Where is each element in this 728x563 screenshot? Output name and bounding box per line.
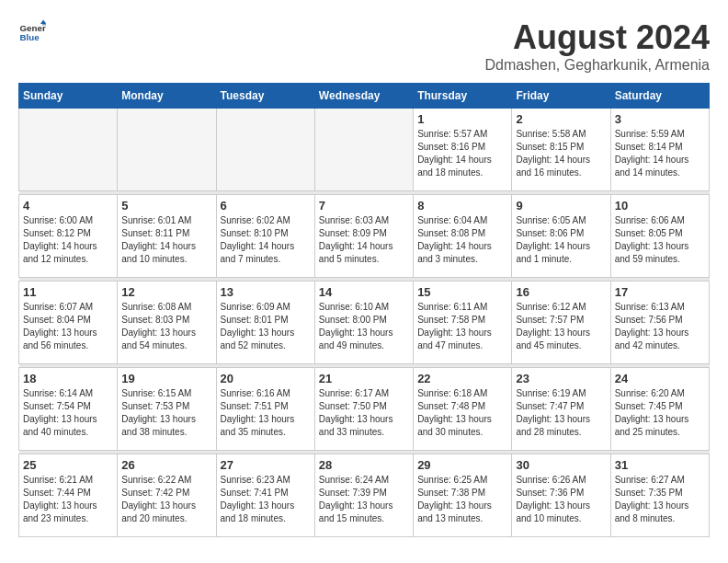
day-number: 11 bbox=[23, 285, 113, 299]
day-info: Sunrise: 6:02 AMSunset: 8:10 PMDaylight:… bbox=[221, 214, 311, 266]
table-row: 11Sunrise: 6:07 AMSunset: 8:04 PMDayligh… bbox=[19, 282, 118, 364]
day-number: 3 bbox=[615, 112, 705, 126]
day-info: Sunrise: 6:16 AMSunset: 7:51 PMDaylight:… bbox=[221, 387, 311, 439]
day-info: Sunrise: 6:10 AMSunset: 8:00 PMDaylight:… bbox=[319, 301, 409, 352]
day-number: 15 bbox=[417, 285, 507, 299]
day-number: 2 bbox=[516, 112, 606, 126]
day-number: 12 bbox=[121, 285, 211, 299]
day-number: 19 bbox=[121, 372, 211, 385]
table-row: 5Sunrise: 6:01 AMSunset: 8:11 PMDaylight… bbox=[118, 195, 216, 278]
day-number: 22 bbox=[417, 372, 507, 385]
day-info: Sunrise: 6:20 AMSunset: 7:45 PMDaylight:… bbox=[615, 387, 705, 439]
day-info: Sunrise: 6:05 AMSunset: 8:06 PMDaylight:… bbox=[516, 214, 606, 266]
table-row: 4Sunrise: 6:00 AMSunset: 8:12 PMDaylight… bbox=[19, 195, 118, 278]
table-row: 28Sunrise: 6:24 AMSunset: 7:39 PMDayligh… bbox=[314, 454, 413, 537]
day-number: 9 bbox=[516, 199, 606, 213]
col-thursday: Thursday bbox=[414, 84, 512, 109]
page-header: General Blue August 2024 Ddmashen, Gegha… bbox=[18, 18, 710, 74]
day-info: Sunrise: 6:00 AMSunset: 8:12 PMDaylight:… bbox=[23, 214, 113, 266]
day-info: Sunrise: 6:26 AMSunset: 7:36 PMDaylight:… bbox=[516, 474, 606, 525]
day-info: Sunrise: 6:17 AMSunset: 7:50 PMDaylight:… bbox=[319, 387, 409, 439]
day-number: 4 bbox=[23, 199, 113, 213]
day-number: 26 bbox=[121, 458, 211, 472]
table-row: 3Sunrise: 5:59 AMSunset: 8:14 PMDaylight… bbox=[610, 109, 709, 191]
svg-text:Blue: Blue bbox=[20, 32, 40, 42]
calendar-week-row: 1Sunrise: 5:57 AMSunset: 8:16 PMDaylight… bbox=[19, 109, 710, 191]
calendar-table: Sunday Monday Tuesday Wednesday Thursday… bbox=[18, 83, 710, 537]
table-row: 22Sunrise: 6:18 AMSunset: 7:48 PMDayligh… bbox=[414, 368, 512, 451]
table-row bbox=[216, 109, 314, 191]
day-number: 18 bbox=[23, 372, 113, 385]
title-area: August 2024 Ddmashen, Gegharkunik, Armen… bbox=[484, 18, 710, 74]
day-number: 8 bbox=[417, 199, 507, 213]
table-row: 21Sunrise: 6:17 AMSunset: 7:50 PMDayligh… bbox=[314, 368, 413, 451]
day-info: Sunrise: 5:59 AMSunset: 8:14 PMDaylight:… bbox=[615, 128, 705, 179]
day-number: 23 bbox=[516, 372, 606, 385]
table-row: 17Sunrise: 6:13 AMSunset: 7:56 PMDayligh… bbox=[610, 282, 709, 364]
col-monday: Monday bbox=[118, 84, 216, 109]
day-info: Sunrise: 6:08 AMSunset: 8:03 PMDaylight:… bbox=[121, 301, 211, 352]
day-number: 25 bbox=[23, 458, 113, 472]
day-number: 6 bbox=[221, 199, 311, 213]
table-row: 1Sunrise: 5:57 AMSunset: 8:16 PMDaylight… bbox=[414, 109, 512, 191]
calendar-week-row: 25Sunrise: 6:21 AMSunset: 7:44 PMDayligh… bbox=[19, 454, 710, 537]
svg-text:General: General bbox=[20, 23, 47, 33]
day-number: 20 bbox=[221, 372, 311, 385]
day-info: Sunrise: 6:21 AMSunset: 7:44 PMDaylight:… bbox=[23, 474, 113, 525]
col-tuesday: Tuesday bbox=[216, 84, 314, 109]
col-sunday: Sunday bbox=[19, 84, 118, 109]
table-row: 18Sunrise: 6:14 AMSunset: 7:54 PMDayligh… bbox=[19, 368, 118, 451]
calendar-header-row: Sunday Monday Tuesday Wednesday Thursday… bbox=[19, 84, 710, 109]
day-number: 1 bbox=[417, 112, 507, 126]
table-row: 9Sunrise: 6:05 AMSunset: 8:06 PMDaylight… bbox=[512, 195, 610, 278]
day-number: 27 bbox=[221, 458, 311, 472]
day-number: 29 bbox=[417, 458, 507, 472]
day-number: 24 bbox=[615, 372, 705, 385]
day-info: Sunrise: 6:24 AMSunset: 7:39 PMDaylight:… bbox=[319, 474, 409, 525]
table-row: 12Sunrise: 6:08 AMSunset: 8:03 PMDayligh… bbox=[118, 282, 216, 364]
table-row: 7Sunrise: 6:03 AMSunset: 8:09 PMDaylight… bbox=[314, 195, 413, 278]
subtitle: Ddmashen, Gegharkunik, Armenia bbox=[484, 57, 710, 74]
table-row bbox=[118, 109, 216, 191]
day-info: Sunrise: 6:07 AMSunset: 8:04 PMDaylight:… bbox=[23, 301, 113, 352]
day-info: Sunrise: 6:25 AMSunset: 7:38 PMDaylight:… bbox=[417, 474, 507, 525]
table-row: 6Sunrise: 6:02 AMSunset: 8:10 PMDaylight… bbox=[216, 195, 314, 278]
main-title: August 2024 bbox=[484, 18, 710, 57]
day-number: 28 bbox=[319, 458, 409, 472]
calendar-week-row: 4Sunrise: 6:00 AMSunset: 8:12 PMDaylight… bbox=[19, 195, 710, 278]
day-info: Sunrise: 6:23 AMSunset: 7:41 PMDaylight:… bbox=[221, 474, 311, 525]
table-row: 10Sunrise: 6:06 AMSunset: 8:05 PMDayligh… bbox=[610, 195, 709, 278]
table-row: 2Sunrise: 5:58 AMSunset: 8:15 PMDaylight… bbox=[512, 109, 610, 191]
table-row: 25Sunrise: 6:21 AMSunset: 7:44 PMDayligh… bbox=[19, 454, 118, 537]
table-row: 23Sunrise: 6:19 AMSunset: 7:47 PMDayligh… bbox=[512, 368, 610, 451]
day-number: 14 bbox=[319, 285, 409, 299]
col-wednesday: Wednesday bbox=[314, 84, 413, 109]
day-number: 5 bbox=[121, 199, 211, 213]
day-info: Sunrise: 6:15 AMSunset: 7:53 PMDaylight:… bbox=[121, 387, 211, 439]
table-row: 20Sunrise: 6:16 AMSunset: 7:51 PMDayligh… bbox=[216, 368, 314, 451]
day-info: Sunrise: 6:01 AMSunset: 8:11 PMDaylight:… bbox=[121, 214, 211, 266]
day-info: Sunrise: 6:27 AMSunset: 7:35 PMDaylight:… bbox=[615, 474, 705, 525]
day-number: 10 bbox=[615, 199, 705, 213]
day-info: Sunrise: 5:57 AMSunset: 8:16 PMDaylight:… bbox=[417, 128, 507, 179]
table-row: 27Sunrise: 6:23 AMSunset: 7:41 PMDayligh… bbox=[216, 454, 314, 537]
table-row: 13Sunrise: 6:09 AMSunset: 8:01 PMDayligh… bbox=[216, 282, 314, 364]
day-number: 31 bbox=[615, 458, 705, 472]
day-info: Sunrise: 6:14 AMSunset: 7:54 PMDaylight:… bbox=[23, 387, 113, 439]
calendar-week-row: 18Sunrise: 6:14 AMSunset: 7:54 PMDayligh… bbox=[19, 368, 710, 451]
day-info: Sunrise: 6:19 AMSunset: 7:47 PMDaylight:… bbox=[516, 387, 606, 439]
table-row bbox=[19, 109, 118, 191]
table-row: 29Sunrise: 6:25 AMSunset: 7:38 PMDayligh… bbox=[414, 454, 512, 537]
calendar-week-row: 11Sunrise: 6:07 AMSunset: 8:04 PMDayligh… bbox=[19, 282, 710, 364]
table-row: 8Sunrise: 6:04 AMSunset: 8:08 PMDaylight… bbox=[414, 195, 512, 278]
day-number: 17 bbox=[615, 285, 705, 299]
table-row bbox=[314, 109, 413, 191]
day-info: Sunrise: 6:22 AMSunset: 7:42 PMDaylight:… bbox=[121, 474, 211, 525]
table-row: 31Sunrise: 6:27 AMSunset: 7:35 PMDayligh… bbox=[610, 454, 709, 537]
day-info: Sunrise: 5:58 AMSunset: 8:15 PMDaylight:… bbox=[516, 128, 606, 179]
day-number: 13 bbox=[221, 285, 311, 299]
logo: General Blue bbox=[18, 18, 46, 46]
col-saturday: Saturday bbox=[610, 84, 709, 109]
day-info: Sunrise: 6:11 AMSunset: 7:58 PMDaylight:… bbox=[417, 301, 507, 352]
day-info: Sunrise: 6:03 AMSunset: 8:09 PMDaylight:… bbox=[319, 214, 409, 266]
